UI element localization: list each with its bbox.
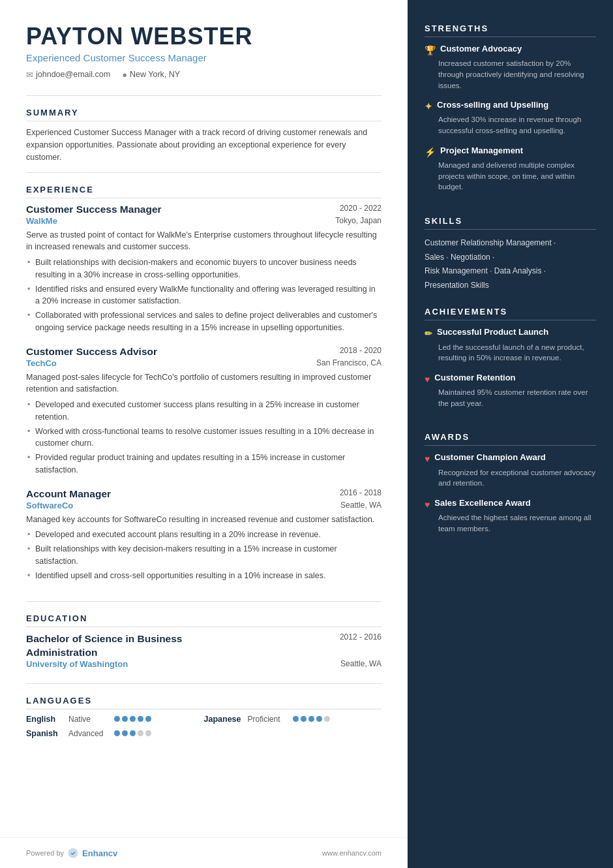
skills-title: SKILLS [425,216,596,230]
star-icon: ✦ [425,101,432,112]
job-3-desc: Managed key accounts for SoftwareCo resu… [26,514,381,526]
award-1: ♥ Customer Champion Award Recognized for… [425,452,596,489]
job-3-bullets: Developed and executed account plans res… [26,529,381,581]
dot [114,730,120,736]
job-2-location: San Francisco, CA [316,358,381,367]
contact-line: ✉ johndoe@email.com ● New York, NY [26,70,381,80]
dot [114,716,120,722]
bullet: Built relationships with key decision-ma… [26,543,381,568]
job-1-location: Tokyo, Japan [335,216,381,225]
achievement-1: ✏ Successful Product Launch Led the succ… [425,327,596,364]
strength-2-label: Cross-selling and Upselling [437,100,548,111]
skills-line-4: Presentation Skills [425,279,596,293]
bullet: Identified upsell and cross-sell opportu… [26,570,381,582]
edu-1-school: University of Washington [26,659,128,669]
achievement-2-desc: Maintained 95% customer retention rate o… [425,387,596,409]
footer-brand: Powered by Enhancv [26,847,117,859]
dot [138,730,143,736]
email-item: ✉ johndoe@email.com [26,70,110,80]
job-2: Customer Success Advisor 2018 - 2020 Tec… [26,346,381,476]
footer-url: www.enhancv.com [322,849,381,857]
lang-english-name: English [26,715,62,724]
email-icon: ✉ [26,70,33,80]
summary-title: SUMMARY [26,108,381,121]
job-1-bullets: Built relationships with decision-makers… [26,256,381,334]
lightning-icon: ⚡ [425,146,436,158]
lang-spanish: Spanish Advanced [26,729,204,738]
job-3: Account Manager 2016 - 2018 SoftwareCo S… [26,488,381,582]
summary-section: SUMMARY Experienced Customer Success Man… [0,96,408,172]
job-3-header: Account Manager 2016 - 2018 [26,488,381,500]
achievements-section: ACHIEVEMENTS ✏ Successful Product Launch… [425,307,596,418]
languages-title: LANGUAGES [26,696,381,709]
strength-1-label: Customer Advocacy [440,44,522,55]
job-1-title: Customer Success Manager [26,204,162,215]
skills-line-1: Customer Relationship Management · [425,236,596,251]
candidate-name: PAYTON WEBSTER [26,23,381,50]
edu-1-location: Seattle, WA [340,659,381,669]
job-1-company-line: WalkMe Tokyo, Japan [26,216,381,226]
experience-section: EXPERIENCE Customer Success Manager 2020… [0,173,408,602]
edu-1-dates: 2012 - 2016 [340,632,381,642]
location-item: ● New York, NY [122,70,180,80]
summary-text: Experienced Customer Success Manager wit… [26,127,381,164]
awards-section: AWARDS ♥ Customer Champion Award Recogni… [425,432,596,543]
strength-2-desc: Achieved 30% increase in revenue through… [425,114,596,136]
lang-japanese: Japanese Proficient [204,715,382,724]
strength-3-label: Project Management [440,146,523,157]
enhancv-brand-name: Enhancv [82,848,117,858]
award-2-title: ♥ Sales Excellence Award [425,498,596,510]
job-2-company-line: TechCo San Francisco, CA [26,358,381,368]
education-section: EDUCATION Bachelor of Science in Busines… [0,602,408,683]
dot [138,716,143,722]
skills-list: Customer Relationship Management · Sales… [425,236,596,292]
resume-wrapper: PAYTON WEBSTER Experienced Customer Succ… [0,0,613,868]
email-value: johndoe@email.com [36,70,110,79]
strength-3-title: ⚡ Project Management [425,146,596,158]
job-1: Customer Success Manager 2020 - 2022 Wal… [26,204,381,334]
strength-1-desc: Increased customer satisfaction by 20% t… [425,58,596,91]
job-1-dates: 2020 - 2022 [340,204,381,213]
languages-section: LANGUAGES English Native Japane [0,684,408,746]
lang-japanese-level: Proficient [247,715,286,724]
achievement-1-title: ✏ Successful Product Launch [425,327,596,339]
strength-3: ⚡ Project Management Managed and deliver… [425,146,596,193]
job-2-bullets: Developed and executed customer success … [26,399,381,476]
bullet: Provided regular product training and up… [26,452,381,476]
strengths-section: STRENGTHS 🏆 Customer Advocacy Increased … [425,23,596,202]
strength-1: 🏆 Customer Advocacy Increased customer s… [425,44,596,91]
award-2: ♥ Sales Excellence Award Achieved the hi… [425,498,596,535]
dot [122,716,128,722]
strength-3-desc: Managed and delivered multiple complex p… [425,160,596,193]
award-2-desc: Achieved the highest sales revenue among… [425,512,596,534]
bullet: Collaborated with professional services … [26,309,381,334]
right-column: STRENGTHS 🏆 Customer Advocacy Increased … [408,0,613,868]
lang-english: English Native [26,715,204,724]
header: PAYTON WEBSTER Experienced Customer Succ… [0,0,408,95]
award-heart-icon-2: ♥ [425,499,430,510]
strengths-title: STRENGTHS [425,23,596,37]
award-1-desc: Recognized for exceptional customer advo… [425,467,596,489]
experience-title: EXPERIENCE [26,185,381,198]
bullet: Built relationships with decision-makers… [26,256,381,281]
location-icon: ● [122,70,127,80]
dot [145,730,151,736]
achievement-2-label: Customer Retention [434,373,515,384]
job-2-company: TechCo [26,358,57,368]
lang-spanish-level: Advanced [68,729,108,738]
job-3-company: SoftwareCo [26,501,73,510]
achievement-2: ♥ Customer Retention Maintained 95% cust… [425,373,596,409]
candidate-subtitle: Experienced Customer Success Manager [26,52,381,63]
edu-1: Bachelor of Science in Business Administ… [26,632,381,668]
strength-2: ✦ Cross-selling and Upselling Achieved 3… [425,100,596,136]
edu-1-degree: Bachelor of Science in Business Administ… [26,632,235,659]
trophy-icon: 🏆 [425,44,436,56]
left-column: PAYTON WEBSTER Experienced Customer Succ… [0,0,408,868]
achievement-1-label: Successful Product Launch [437,327,548,338]
award-1-title: ♥ Customer Champion Award [425,452,596,465]
location-value: New York, NY [130,70,180,79]
achievement-2-title: ♥ Customer Retention [425,373,596,385]
bullet: Developed and executed account plans res… [26,529,381,541]
job-1-company: WalkMe [26,216,57,226]
bullet: Worked with cross-functional teams to re… [26,426,381,450]
